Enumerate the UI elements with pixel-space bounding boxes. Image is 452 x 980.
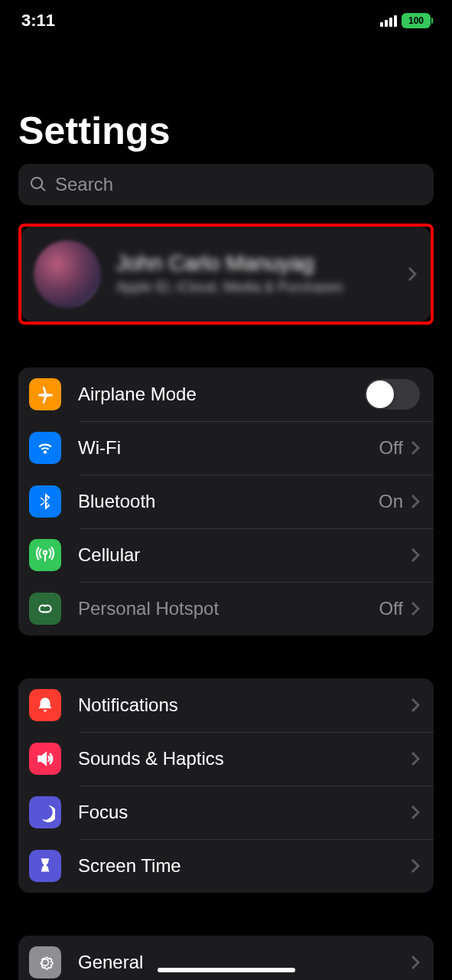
search-icon <box>29 175 47 194</box>
wifi-label: Wi-Fi <box>78 437 379 459</box>
bluetooth-row[interactable]: Bluetooth On <box>18 475 434 528</box>
status-time: 3:11 <box>21 11 55 31</box>
profile-text: John Carlo Manuyag Apple ID, iCloud, Med… <box>116 251 408 296</box>
chevron-right-icon <box>411 751 420 766</box>
focus-label: Focus <box>78 802 411 823</box>
wifi-icon <box>29 432 61 464</box>
profile-highlight: John Carlo Manuyag Apple ID, iCloud, Med… <box>18 224 434 325</box>
apple-id-row[interactable]: John Carlo Manuyag Apple ID, iCloud, Med… <box>21 227 431 322</box>
chevron-right-icon <box>411 601 420 616</box>
notifications-row[interactable]: Notifications <box>18 678 434 732</box>
search-input[interactable] <box>55 174 423 195</box>
wifi-value: Off <box>379 437 403 459</box>
airplane-mode-toggle[interactable] <box>365 379 420 410</box>
general-icon <box>29 946 61 978</box>
status-bar: 3:11 100 <box>0 0 452 41</box>
cellular-row[interactable]: Cellular <box>18 528 434 582</box>
chevron-right-icon <box>408 266 417 282</box>
sounds-row[interactable]: Sounds & Haptics <box>18 732 434 786</box>
airplane-mode-row[interactable]: Airplane Mode <box>18 368 434 421</box>
bluetooth-label: Bluetooth <box>78 491 379 512</box>
bluetooth-value: On <box>379 491 403 512</box>
airplane-mode-label: Airplane Mode <box>78 384 365 405</box>
screentime-icon <box>29 850 61 882</box>
hotspot-icon <box>29 593 61 625</box>
cellular-label: Cellular <box>78 544 411 566</box>
airplane-icon <box>29 378 61 410</box>
battery-indicator: 100 <box>402 13 431 28</box>
notifications-icon <box>29 689 61 721</box>
chevron-right-icon <box>411 955 420 970</box>
general-row[interactable]: General <box>18 936 434 980</box>
signal-icon <box>380 15 397 27</box>
general-group: General <box>18 936 434 980</box>
chevron-right-icon <box>411 440 420 456</box>
chevron-right-icon <box>411 858 420 874</box>
screen-time-row[interactable]: Screen Time <box>18 839 434 893</box>
status-indicators: 100 <box>380 13 431 28</box>
personal-hotspot-row[interactable]: Personal Hotspot Off <box>18 582 434 635</box>
chevron-right-icon <box>411 494 420 509</box>
page-title: Settings <box>18 109 434 153</box>
profile-name: John Carlo Manuyag <box>116 251 408 276</box>
profile-subtitle: Apple ID, iCloud, Media & Purchases <box>116 279 408 296</box>
cellular-icon <box>29 539 61 571</box>
attention-group: Notifications Sounds & Haptics Focus Scr… <box>18 678 434 893</box>
screen-time-label: Screen Time <box>78 855 411 877</box>
chevron-right-icon <box>411 697 420 713</box>
focus-row[interactable]: Focus <box>18 786 434 839</box>
connectivity-group: Airplane Mode Wi-Fi Off Bluetooth On Cel… <box>18 368 434 635</box>
wifi-row[interactable]: Wi-Fi Off <box>18 421 434 475</box>
chevron-right-icon <box>411 805 420 820</box>
bluetooth-icon <box>29 485 61 518</box>
home-indicator[interactable] <box>158 968 295 972</box>
battery-level: 100 <box>408 15 424 26</box>
personal-hotspot-value: Off <box>379 598 403 619</box>
personal-hotspot-label: Personal Hotspot <box>78 598 379 619</box>
chevron-right-icon <box>411 547 420 563</box>
notifications-label: Notifications <box>78 694 411 716</box>
search-field[interactable] <box>18 164 434 205</box>
focus-icon <box>29 796 61 828</box>
avatar <box>34 240 101 308</box>
sounds-icon <box>29 743 61 775</box>
sounds-label: Sounds & Haptics <box>78 748 411 769</box>
